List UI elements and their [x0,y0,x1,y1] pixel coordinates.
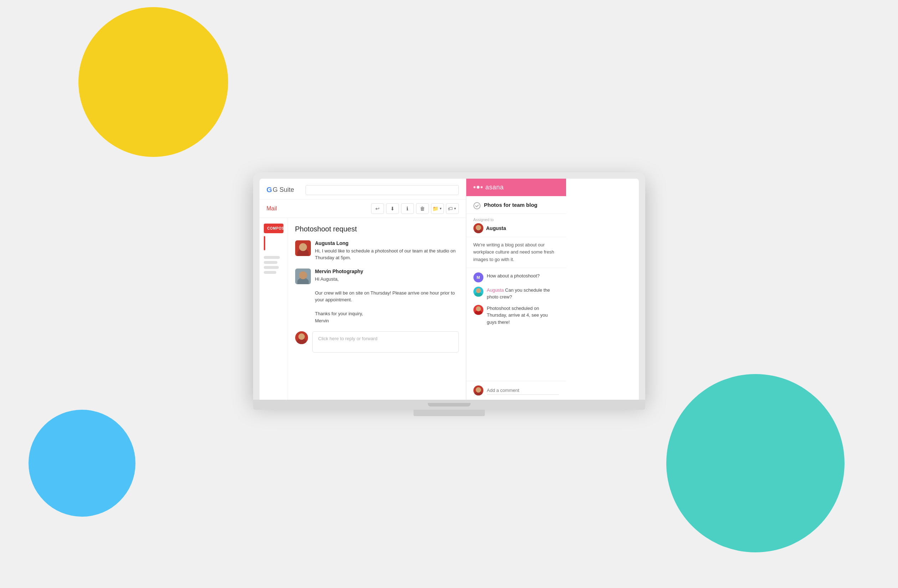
sidebar-line-2 [264,261,277,264]
reply-avatar [295,331,308,344]
asana-logo-icon [474,186,483,189]
message-2-body: Mervin Photography Hi Augusta,Our crew w… [315,268,459,325]
gsuite-label: G Suite [273,186,294,194]
comment-mention: Augusta [487,288,504,293]
reply-box: Click here to reply or forward [295,331,459,352]
mail-label: Mail [267,205,277,212]
folder-toolbar-btn[interactable]: 📁▼ [431,203,444,214]
info-toolbar-btn[interactable]: ℹ [401,203,414,214]
augusta-avatar [295,240,311,256]
gmail-panel: G G Suite Mail ↩ ⬇ ℹ 🗑 📁▼ 🏷▼ [260,179,466,400]
mervin-avatar [295,268,311,284]
laptop-screen: G G Suite Mail ↩ ⬇ ℹ 🗑 📁▼ 🏷▼ [260,179,639,400]
sender-name-2: Mervin Photography [315,268,459,274]
email-subject: Photoshoot request [295,225,459,233]
search-bar[interactable] [306,185,458,195]
asana-dot-right [481,186,483,188]
archive-toolbar-btn[interactable]: ⬇ [386,203,399,214]
bg-circle-blue [29,410,135,517]
comment-text-1: How about a photoshoot? [487,272,559,280]
message-1-body: Augusta Long Hi, I would like to schedul… [315,240,459,262]
message-text-1: Hi, I would like to schedule a photoshoo… [315,248,459,262]
comment-avatar-2 [474,287,483,297]
email-message-1: Augusta Long Hi, I would like to schedul… [295,240,459,262]
google-g-icon: G [267,186,272,194]
sidebar-active-indicator [264,236,265,250]
comment-item-2: Augusta Can you schedule the photo crew? [474,287,559,300]
sidebar-line-4 [264,271,276,274]
asana-dot-center [477,186,480,189]
comment-avatar-3 [474,305,483,315]
delete-toolbar-btn[interactable]: 🗑 [416,203,429,214]
task-complete-checkbox[interactable] [474,202,481,209]
asana-comments-list: M How about a photoshoot? Augusta Can yo… [466,268,566,381]
assigned-person: Augusta [474,223,559,233]
reply-input[interactable]: Click here to reply or forward [312,331,459,352]
comment-text-3: Photoshoot scheduled on Thursday, arrive… [487,305,559,326]
asana-assigned-section: Assigned to Augusta [466,214,566,237]
gmail-email-content: Photoshoot request Augusta Long Hi, I wo… [288,218,466,400]
gmail-body: COMPOSE Photoshoot request [260,218,466,400]
laptop-wrapper: G G Suite Mail ↩ ⬇ ℹ 🗑 📁▼ 🏷▼ [253,172,645,416]
comment-avatar-1: M [474,272,483,282]
comment-user-avatar [474,385,483,396]
assigned-person-avatar [474,223,483,233]
asana-header: asana [466,179,566,196]
email-message-2: Mervin Photography Hi Augusta,Our crew w… [295,268,459,325]
asana-brand-label: asana [486,184,504,191]
task-description: We're writing a blog post about our work… [466,237,566,268]
asana-dot-left [474,186,475,188]
asana-panel: asana Photos for team blog Assigned to [466,179,566,400]
sidebar-line-3 [264,266,279,269]
assigned-to-label: Assigned to [474,217,559,222]
comment-text-2: Augusta Can you schedule the photo crew? [487,287,559,300]
task-title: Photos for team blog [484,202,538,208]
reply-toolbar-btn[interactable]: ↩ [371,203,384,214]
gmail-toolbar: Mail ↩ ⬇ ℹ 🗑 📁▼ 🏷▼ [260,200,466,218]
compose-button[interactable]: COMPOSE [264,223,283,233]
laptop-notch [428,403,471,406]
sender-name-1: Augusta Long [315,240,459,246]
comment-item-1: M How about a photoshoot? [474,272,559,282]
laptop-base [253,400,645,410]
label-toolbar-btn[interactable]: 🏷▼ [446,203,459,214]
sidebar-nav-lines [264,253,283,274]
message-text-2: Hi Augusta,Our crew will be on site on T… [315,276,459,325]
bg-circle-teal [666,374,844,553]
bg-circle-yellow [78,7,228,157]
laptop-screen-container: G G Suite Mail ↩ ⬇ ℹ 🗑 📁▼ 🏷▼ [253,172,645,400]
comment-item-3: Photoshoot scheduled on Thursday, arrive… [474,305,559,326]
add-comment-input[interactable] [487,386,559,395]
sidebar-line-1 [264,256,280,259]
check-icon [475,203,479,208]
laptop-stand [414,410,485,416]
gmail-header: G G Suite [260,179,466,200]
asana-task-header: Photos for team blog [466,196,566,214]
add-comment-row [466,381,566,400]
assigned-person-name: Augusta [486,225,506,231]
gmail-sidebar: COMPOSE [260,218,288,400]
